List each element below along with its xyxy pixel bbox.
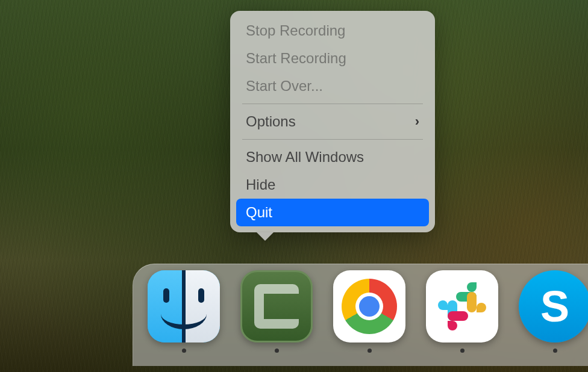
menu-separator [242,104,423,104]
skype-s-glyph: S [540,282,569,331]
menu-item-quit[interactable]: Quit [236,199,429,226]
menu-item-hide[interactable]: Hide [236,171,429,199]
running-indicator [460,349,464,353]
slack-icon [426,270,498,343]
menu-item-label: Stop Recording [246,22,345,39]
chevron-right-icon: › [415,114,419,129]
menu-item-start-over[interactable]: Start Over... [236,72,429,100]
running-indicator [367,349,372,353]
dock-item-camtasia[interactable] [240,270,313,353]
menu-pointer [257,232,274,241]
dock-item-skype[interactable]: S [519,270,588,353]
dock: S [133,264,588,366]
menu-separator [242,139,423,140]
dock-container: S [120,258,588,372]
chrome-icon [333,270,405,343]
running-indicator [275,349,279,353]
menu-item-label: Options [246,113,296,130]
menu-item-show-all-windows[interactable]: Show All Windows [236,143,429,171]
dock-item-chrome[interactable] [333,270,405,353]
menu-item-start-recording[interactable]: Start Recording [236,45,429,72]
menu-item-label: Quit [246,204,272,221]
skype-icon: S [519,270,588,343]
dock-context-menu: Stop Recording Start Recording Start Ove… [230,11,435,232]
menu-item-stop-recording[interactable]: Stop Recording [236,17,429,45]
camtasia-icon [240,270,313,343]
running-indicator [182,349,186,353]
menu-item-options[interactable]: Options › [236,108,429,135]
dock-item-finder[interactable] [148,270,220,353]
running-indicator [553,349,557,353]
finder-icon [148,270,220,343]
menu-item-label: Hide [246,176,275,193]
menu-item-label: Start Over... [246,78,323,95]
menu-item-label: Start Recording [246,50,346,67]
menu-item-label: Show All Windows [246,149,364,166]
dock-item-slack[interactable] [426,270,498,353]
